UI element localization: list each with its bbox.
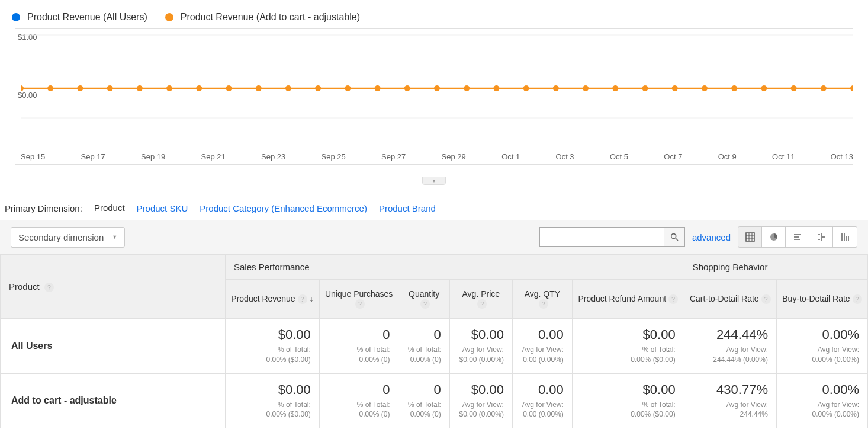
svg-point-15 xyxy=(375,85,381,91)
svg-point-7 xyxy=(137,85,143,91)
metric-value: 0 xyxy=(328,327,390,342)
svg-point-5 xyxy=(77,85,83,91)
advanced-link[interactable]: advanced xyxy=(692,232,731,242)
view-pie-button[interactable] xyxy=(762,227,786,247)
svg-point-22 xyxy=(583,85,589,91)
metric-sub: Avg for View:0.00% (0.00%) xyxy=(785,345,859,365)
svg-point-11 xyxy=(256,85,262,91)
col-label: Cart-to-Detail Rate xyxy=(690,294,759,303)
legend-label: Product Revenue (Add to cart - adjustabl… xyxy=(181,12,360,23)
x-axis-tick: Sep 27 xyxy=(381,152,406,161)
metric-value: $0.00 xyxy=(458,327,504,342)
bar-icon xyxy=(793,232,802,242)
legend-item-add-to-cart[interactable]: Product Revenue (Add to cart - adjustabl… xyxy=(165,12,360,23)
col-product-revenue[interactable]: Product Revenue?↓ xyxy=(226,280,320,319)
line-chart[interactable]: $1.00 $0.00 Sep 15 Sep 17 Sep 19 Sep 21 … xyxy=(15,28,853,165)
view-table-button[interactable] xyxy=(738,227,762,247)
svg-point-6 xyxy=(107,85,113,91)
svg-point-31 xyxy=(850,85,853,91)
metric-cell: 0% of Total:0.00% (0) xyxy=(398,319,449,374)
view-comparison-button[interactable] xyxy=(809,227,833,247)
metric-value: $0.00 xyxy=(581,327,676,342)
dimension-label: Primary Dimension: xyxy=(5,203,82,213)
help-icon[interactable]: ? xyxy=(355,299,365,309)
x-axis-tick: Sep 17 xyxy=(81,152,105,161)
help-icon[interactable]: ? xyxy=(853,294,862,304)
table-icon xyxy=(745,232,755,242)
metric-cell: $0.00% of Total:0.00% ($0.00) xyxy=(226,319,320,374)
metric-cell: $0.00% of Total:0.00% ($0.00) xyxy=(226,373,320,428)
help-icon[interactable]: ? xyxy=(761,294,771,304)
svg-point-9 xyxy=(196,85,202,91)
col-quantity[interactable]: Quantity? xyxy=(398,280,449,319)
help-icon[interactable]: ? xyxy=(420,299,430,309)
group-sales-performance: Sales Performance xyxy=(226,255,684,280)
svg-rect-44 xyxy=(818,234,820,235)
svg-point-8 xyxy=(166,85,172,91)
x-axis-tick: Sep 21 xyxy=(201,152,226,161)
svg-point-12 xyxy=(285,85,291,91)
svg-point-25 xyxy=(672,85,678,91)
col-product[interactable]: Product ? xyxy=(1,255,226,319)
dimension-product-sku[interactable]: Product SKU xyxy=(137,203,188,213)
svg-rect-50 xyxy=(848,236,849,241)
legend-item-all-users[interactable]: Product Revenue (All Users) xyxy=(12,12,147,23)
help-icon[interactable]: ? xyxy=(668,294,678,304)
comparison-icon xyxy=(816,232,826,242)
metric-value: $0.00 xyxy=(458,382,504,398)
view-mode-buttons xyxy=(738,226,857,248)
metric-cell: $0.00% of Total:0.00% ($0.00) xyxy=(572,373,684,428)
search-button[interactable] xyxy=(664,227,685,247)
metric-cell: 0.00Avg for View:0.00 (0.00%) xyxy=(512,319,572,374)
view-pivot-button[interactable] xyxy=(833,227,857,247)
data-table: Product ? Sales Performance Shopping Beh… xyxy=(0,254,868,428)
search-input[interactable] xyxy=(539,227,664,247)
secondary-dimension-dropdown[interactable]: Secondary dimension xyxy=(11,227,125,248)
metric-sub: Avg for View:$0.00 (0.00%) xyxy=(458,400,504,420)
col-product-label: Product xyxy=(9,281,40,292)
pivot-icon xyxy=(840,232,850,242)
col-buy-to-detail[interactable]: Buy-to-Detail Rate? xyxy=(776,280,867,319)
view-bar-button[interactable] xyxy=(786,227,809,247)
search-icon xyxy=(670,232,679,242)
svg-point-14 xyxy=(345,85,351,91)
dimension-product[interactable]: Product xyxy=(94,203,125,214)
metric-sub: Avg for View:$0.00 (0.00%) xyxy=(458,345,504,365)
metric-value: $0.00 xyxy=(581,382,676,398)
svg-rect-42 xyxy=(794,239,800,240)
metric-sub: % of Total:0.00% ($0.00) xyxy=(234,345,311,365)
col-label: Buy-to-Detail Rate xyxy=(782,294,850,303)
metric-cell: $0.00Avg for View:$0.00 (0.00%) xyxy=(449,373,512,428)
col-avg-price[interactable]: Avg. Price? xyxy=(449,280,512,319)
svg-rect-41 xyxy=(794,236,799,238)
legend-dot-icon xyxy=(12,13,20,21)
dimension-product-category[interactable]: Product Category (Enhanced Ecommerce) xyxy=(200,203,367,213)
row-name: All Users xyxy=(1,319,226,374)
help-icon[interactable]: ? xyxy=(44,283,54,292)
col-avg-qty[interactable]: Avg. QTY? xyxy=(512,280,572,319)
dimension-product-brand[interactable]: Product Brand xyxy=(379,203,436,213)
chart-legend: Product Revenue (All Users) Product Reve… xyxy=(0,0,868,28)
metric-sub: Avg for View:0.00% (0.00%) xyxy=(785,400,859,420)
col-label: Avg. QTY xyxy=(525,289,560,299)
col-refund-amount[interactable]: Product Refund Amount? xyxy=(572,280,684,319)
col-cart-to-detail[interactable]: Cart-to-Detail Rate? xyxy=(684,280,776,319)
metric-cell: 0% of Total:0.00% (0) xyxy=(319,319,398,374)
sort-desc-icon: ↓ xyxy=(310,294,314,303)
svg-point-21 xyxy=(553,85,559,91)
svg-rect-34 xyxy=(746,233,754,241)
chart-collapse-handle[interactable] xyxy=(422,177,446,185)
x-axis-tick: Oct 13 xyxy=(831,152,853,161)
x-axis-tick: Sep 25 xyxy=(322,152,346,161)
help-icon[interactable]: ? xyxy=(298,294,307,304)
svg-point-23 xyxy=(612,85,618,91)
row-name: Add to cart - adjustable xyxy=(1,373,226,428)
metric-sub: Avg for View:0.00 (0.00%) xyxy=(521,345,564,365)
help-icon[interactable]: ? xyxy=(477,299,487,309)
svg-rect-45 xyxy=(822,236,825,238)
svg-rect-40 xyxy=(794,234,801,235)
table-row: Add to cart - adjustable$0.00% of Total:… xyxy=(1,373,868,428)
col-unique-purchases[interactable]: Unique Purchases? xyxy=(319,280,398,319)
help-icon[interactable]: ? xyxy=(539,299,548,309)
x-axis-tick: Sep 29 xyxy=(442,152,466,161)
